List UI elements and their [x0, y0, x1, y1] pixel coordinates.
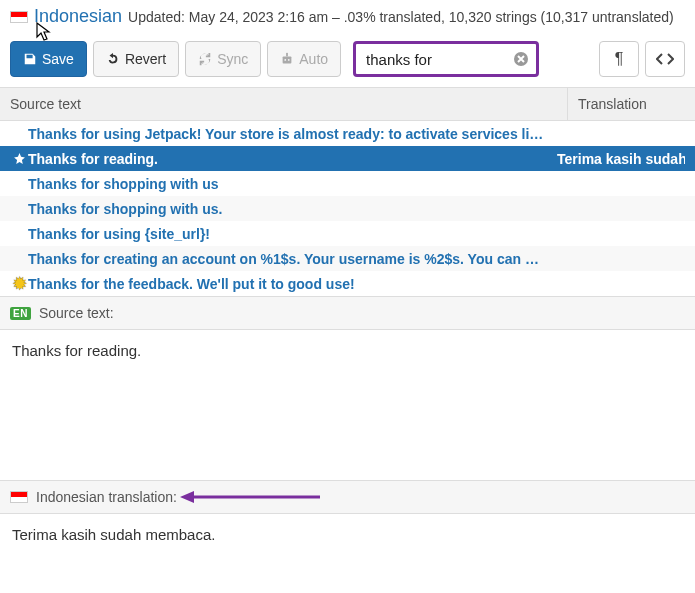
- source-text-panel: Thanks for reading.: [0, 330, 695, 480]
- col-translation: Translation: [567, 88, 695, 120]
- pilcrow-button[interactable]: ¶: [599, 41, 639, 77]
- revert-button[interactable]: Revert: [93, 41, 179, 77]
- revert-label: Revert: [125, 51, 166, 67]
- translation-label-bar: Indonesian translation:: [0, 480, 695, 514]
- auto-label: Auto: [299, 51, 328, 67]
- flag-icon: [10, 491, 28, 503]
- code-button[interactable]: [645, 41, 685, 77]
- table-row[interactable]: Thanks for reading.Terima kasih sudah m: [0, 146, 695, 171]
- save-button[interactable]: Save: [10, 41, 87, 77]
- source-label: Source text:: [39, 305, 114, 321]
- table-row[interactable]: Thanks for using Jetpack! Your store is …: [0, 121, 695, 146]
- row-translation-text: Terima kasih sudah m: [557, 151, 685, 167]
- source-label-bar: EN Source text:: [0, 296, 695, 330]
- row-source-text: Thanks for using Jetpack! Your store is …: [28, 126, 557, 142]
- table-row[interactable]: Thanks for shopping with us: [0, 171, 695, 196]
- search-wrap: [353, 41, 539, 77]
- en-badge: EN: [10, 307, 31, 320]
- sync-label: Sync: [217, 51, 248, 67]
- sync-button[interactable]: Sync: [185, 41, 261, 77]
- col-source: Source text: [0, 88, 567, 120]
- table-row[interactable]: ✹Thanks for the feedback. We'll put it t…: [0, 271, 695, 296]
- save-icon: [23, 52, 37, 66]
- revert-icon: [106, 52, 120, 66]
- annotation-arrow-icon: [180, 490, 320, 504]
- flag-icon: [10, 11, 28, 23]
- translation-text-panel[interactable]: Terima kasih sudah membaca.: [0, 514, 695, 555]
- string-list: Thanks for using Jetpack! Your store is …: [0, 121, 695, 296]
- search-input[interactable]: [353, 41, 539, 77]
- row-source-text: Thanks for reading.: [28, 151, 557, 167]
- table-row[interactable]: Thanks for shopping with us.: [0, 196, 695, 221]
- svg-point-1: [285, 59, 287, 61]
- language-link[interactable]: Indonesian: [34, 6, 122, 27]
- table-header: Source text Translation: [0, 87, 695, 121]
- pilcrow-icon: ¶: [615, 50, 624, 68]
- table-row[interactable]: Thanks for using {site_url}!: [0, 221, 695, 246]
- svg-rect-3: [286, 53, 288, 57]
- svg-rect-0: [283, 56, 292, 63]
- translation-label: Indonesian translation:: [36, 489, 177, 505]
- burst-icon: ✹: [10, 276, 28, 292]
- auto-button[interactable]: Auto: [267, 41, 341, 77]
- code-icon: [656, 52, 674, 66]
- svg-point-2: [288, 59, 290, 61]
- header-meta: Updated: May 24, 2023 2:16 am – .03% tra…: [128, 9, 674, 25]
- table-row[interactable]: Thanks for creating an account on %1$s. …: [0, 246, 695, 271]
- toolbar: Save Revert Sync Auto ¶: [0, 35, 695, 87]
- row-source-text: Thanks for shopping with us: [28, 176, 557, 192]
- row-source-text: Thanks for shopping with us.: [28, 201, 557, 217]
- row-source-text: Thanks for creating an account on %1$s. …: [28, 251, 557, 267]
- robot-icon: [280, 52, 294, 66]
- clear-icon[interactable]: [513, 51, 529, 67]
- row-source-text: Thanks for the feedback. We'll put it to…: [28, 276, 557, 292]
- star-icon: [10, 152, 28, 165]
- save-label: Save: [42, 51, 74, 67]
- svg-marker-6: [180, 491, 194, 503]
- row-source-text: Thanks for using {site_url}!: [28, 226, 557, 242]
- sync-icon: [198, 52, 212, 66]
